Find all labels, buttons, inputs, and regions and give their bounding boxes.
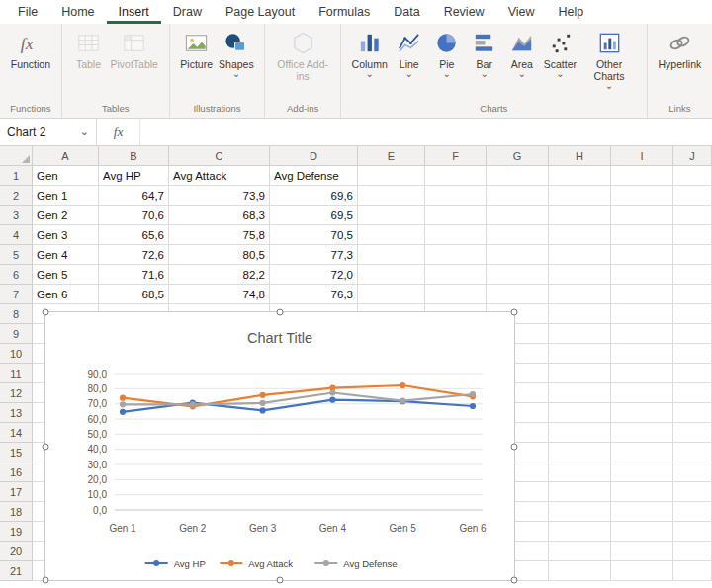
tab-help[interactable]: Help bbox=[547, 0, 596, 24]
cell-c5[interactable]: 80,5 bbox=[169, 245, 270, 265]
cell-h12[interactable] bbox=[549, 383, 611, 403]
cell-i6[interactable] bbox=[611, 265, 673, 285]
tab-data[interactable]: Data bbox=[382, 0, 431, 24]
cell-i8[interactable] bbox=[611, 304, 673, 324]
cell-e6[interactable] bbox=[358, 265, 425, 285]
cell-h19[interactable] bbox=[549, 522, 611, 542]
cell-g6[interactable] bbox=[487, 265, 549, 285]
cell-f3[interactable] bbox=[425, 206, 487, 225]
function-button[interactable]: fxFunction bbox=[8, 26, 53, 70]
chart-resize-handle-ne[interactable] bbox=[511, 309, 518, 316]
cell-j6[interactable] bbox=[673, 265, 712, 285]
cell-e3[interactable] bbox=[358, 206, 425, 225]
tab-view[interactable]: View bbox=[496, 0, 547, 24]
tab-formulas[interactable]: Formulas bbox=[307, 0, 382, 24]
cell-b1[interactable]: Avg HP bbox=[99, 166, 169, 186]
column-header-d[interactable]: D bbox=[270, 146, 358, 166]
cell-h10[interactable] bbox=[549, 344, 611, 364]
cell-g5[interactable] bbox=[487, 245, 549, 265]
column-header-i[interactable]: I bbox=[611, 146, 673, 166]
chart-resize-handle-e[interactable] bbox=[511, 443, 518, 450]
cell-f2[interactable] bbox=[425, 186, 487, 206]
cell-i10[interactable] bbox=[611, 344, 673, 364]
cell-j11[interactable] bbox=[673, 364, 712, 383]
cell-i1[interactable] bbox=[611, 166, 673, 186]
cell-a6[interactable]: Gen 5 bbox=[33, 265, 99, 285]
cell-i11[interactable] bbox=[611, 364, 673, 383]
cell-c3[interactable]: 68,3 bbox=[169, 206, 270, 225]
cell-i14[interactable] bbox=[611, 423, 673, 443]
cell-f6[interactable] bbox=[425, 265, 487, 285]
cell-h11[interactable] bbox=[549, 364, 611, 383]
cell-j17[interactable] bbox=[673, 482, 712, 502]
tab-draw[interactable]: Draw bbox=[161, 0, 214, 24]
cell-c7[interactable]: 74,8 bbox=[169, 285, 270, 304]
cell-j19[interactable] bbox=[673, 522, 712, 542]
chart-resize-handle-nw[interactable] bbox=[43, 309, 49, 316]
pie-button[interactable]: Pie⌄ bbox=[428, 26, 466, 78]
cell-j12[interactable] bbox=[673, 383, 712, 403]
column-header-b[interactable]: B bbox=[99, 146, 169, 166]
cell-j7[interactable] bbox=[673, 285, 712, 304]
cell-d1[interactable]: Avg Defense bbox=[270, 166, 358, 186]
cell-h16[interactable] bbox=[549, 462, 611, 482]
cell-j13[interactable] bbox=[673, 403, 712, 423]
cell-i20[interactable] bbox=[611, 542, 673, 561]
cell-i21[interactable] bbox=[611, 561, 673, 581]
cell-j20[interactable] bbox=[673, 542, 712, 561]
tab-file[interactable]: File bbox=[6, 0, 49, 24]
cell-h20[interactable] bbox=[549, 542, 611, 561]
cell-j2[interactable] bbox=[673, 186, 712, 206]
cell-j9[interactable] bbox=[673, 324, 712, 344]
cell-i18[interactable] bbox=[611, 502, 673, 522]
cell-j4[interactable] bbox=[673, 225, 712, 245]
row-header-6[interactable]: 6 bbox=[0, 265, 33, 285]
cell-j3[interactable] bbox=[673, 206, 712, 225]
row-header-14[interactable]: 14 bbox=[0, 423, 33, 443]
row-header-8[interactable]: 8 bbox=[0, 304, 33, 324]
cell-j5[interactable] bbox=[673, 245, 712, 265]
cell-j16[interactable] bbox=[673, 462, 712, 482]
cell-i4[interactable] bbox=[611, 225, 673, 245]
cell-j1[interactable] bbox=[673, 166, 712, 186]
row-header-19[interactable]: 19 bbox=[0, 522, 33, 542]
row-header-20[interactable]: 20 bbox=[0, 542, 33, 561]
cell-d4[interactable]: 70,5 bbox=[270, 225, 358, 245]
cell-c1[interactable]: Avg Attack bbox=[169, 166, 270, 186]
cell-c6[interactable]: 82,2 bbox=[169, 265, 270, 285]
column-header-a[interactable]: A bbox=[33, 146, 99, 166]
column-header-h[interactable]: H bbox=[549, 146, 611, 166]
scatter-button[interactable]: Scatter⌄ bbox=[541, 26, 579, 78]
column-button[interactable]: Column⌄ bbox=[349, 26, 391, 78]
cell-h6[interactable] bbox=[549, 265, 611, 285]
cell-h2[interactable] bbox=[549, 186, 611, 206]
tab-home[interactable]: Home bbox=[49, 0, 106, 24]
cell-h13[interactable] bbox=[549, 403, 611, 423]
row-header-10[interactable]: 10 bbox=[0, 344, 33, 364]
cell-i3[interactable] bbox=[611, 206, 673, 225]
cell-h14[interactable] bbox=[549, 423, 611, 443]
tab-page-layout[interactable]: Page Layout bbox=[214, 0, 307, 24]
cell-b4[interactable]: 65,6 bbox=[99, 225, 169, 245]
cell-c4[interactable]: 75,8 bbox=[169, 225, 270, 245]
cell-e5[interactable] bbox=[358, 245, 425, 265]
cell-h7[interactable] bbox=[549, 285, 611, 304]
cell-b5[interactable]: 72,6 bbox=[99, 245, 169, 265]
tab-review[interactable]: Review bbox=[432, 0, 496, 24]
cell-i2[interactable] bbox=[611, 186, 673, 206]
cell-j8[interactable] bbox=[673, 304, 712, 324]
column-header-e[interactable]: E bbox=[358, 146, 425, 166]
shapes-button[interactable]: Shapes⌄ bbox=[216, 26, 257, 78]
fx-icon[interactable]: fx bbox=[97, 119, 140, 145]
column-header-c[interactable]: C bbox=[169, 146, 270, 166]
cell-d6[interactable]: 72,0 bbox=[270, 265, 358, 285]
cell-g4[interactable] bbox=[487, 225, 549, 245]
row-header-21[interactable]: 21 bbox=[0, 561, 33, 581]
cell-f7[interactable] bbox=[425, 285, 487, 304]
row-header-1[interactable]: 1 bbox=[0, 166, 33, 186]
area-button[interactable]: Area⌄ bbox=[503, 26, 541, 78]
cell-f4[interactable] bbox=[425, 225, 487, 245]
cell-i13[interactable] bbox=[611, 403, 673, 423]
cell-d7[interactable]: 76,3 bbox=[270, 285, 358, 304]
cell-g7[interactable] bbox=[487, 285, 549, 304]
